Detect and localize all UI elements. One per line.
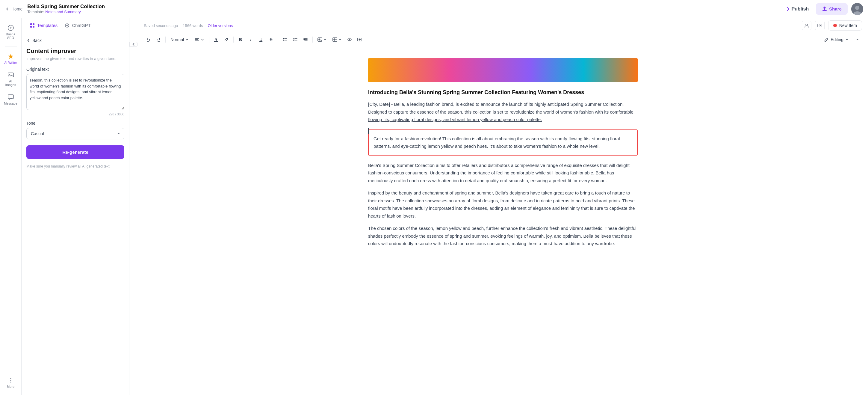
header-actions: Publish Share — [781, 3, 863, 15]
panel-tabs: Templates ChatGPT — [22, 18, 129, 33]
code-button[interactable] — [345, 35, 354, 44]
svg-rect-13 — [33, 26, 34, 28]
italic-button[interactable]: I — [246, 35, 255, 44]
svg-point-21 — [283, 40, 284, 40]
tab-templates-label: Templates — [37, 23, 58, 28]
redo-button[interactable] — [154, 35, 163, 44]
more-options-button[interactable]: ⋯ — [853, 35, 862, 44]
svg-rect-19 — [214, 41, 218, 42]
undo-button[interactable] — [144, 35, 153, 44]
regenerate-button[interactable]: Re-generate — [26, 145, 124, 159]
share-button[interactable]: Share — [816, 3, 848, 15]
collapse-panel-button[interactable] — [129, 42, 138, 47]
tab-templates[interactable]: Templates — [26, 18, 61, 33]
para1-underlined: Designed to capture the essence of the s… — [368, 110, 633, 122]
improved-sentence-text: Get ready for a fashion revolution! This… — [373, 136, 620, 149]
highlight-button[interactable] — [222, 35, 231, 44]
paragraph-4: The chosen colors of the season, lemon y… — [368, 224, 638, 248]
tab-chatgpt-label: ChatGPT — [72, 23, 91, 28]
text-cursor — [368, 128, 369, 134]
sidebar-item-ai-writer[interactable]: AI Writer — [1, 50, 20, 67]
svg-rect-10 — [30, 23, 32, 25]
sidebar-divider-1 — [5, 46, 17, 47]
svg-point-7 — [10, 378, 11, 379]
original-text-input[interactable] — [26, 74, 124, 110]
svg-point-5 — [9, 74, 10, 75]
main-layout: Brief + SEO AI Writer AI Images Message — [0, 18, 868, 395]
doc-info: Bella Spring Summer Collection Template:… — [27, 4, 780, 14]
separator-4 — [278, 36, 278, 42]
sidebar-item-ai-writer-label: AI Writer — [4, 61, 17, 64]
svg-point-20 — [283, 38, 284, 39]
new-item-button[interactable]: New Item — [828, 20, 862, 31]
older-versions-link[interactable]: Older versions — [208, 23, 233, 28]
svg-point-1 — [855, 6, 859, 10]
cursor-line-spacer — [368, 128, 638, 129]
bullet-list-button[interactable] — [281, 35, 290, 44]
paragraph-3: Inspired by the beauty and enchantment o… — [368, 189, 638, 220]
template-link[interactable]: Notes and Summary — [45, 9, 81, 14]
paragraph-1: [City, Date] - Bella, a leading fashion … — [368, 100, 638, 123]
svg-point-17 — [819, 25, 820, 26]
char-count: 228 / 3000 — [26, 112, 124, 116]
editor-inner: Introducing Bella's Stunning Spring Summ… — [368, 58, 638, 248]
doc-image-banner — [368, 58, 638, 82]
svg-rect-6 — [8, 95, 13, 99]
tab-chatgpt[interactable]: ChatGPT — [61, 18, 94, 33]
numbered-list-button[interactable] — [291, 35, 300, 44]
camera-icon-btn[interactable] — [815, 21, 825, 30]
section-title: Content improver — [26, 48, 124, 55]
sidebar-item-brief-seo-label: Brief + SEO — [4, 32, 18, 39]
table-dropdown[interactable] — [330, 36, 344, 43]
para1-start: [City, Date] - Bella, a leading fashion … — [368, 101, 624, 107]
top-header: Home Bella Spring Summer Collection Temp… — [0, 0, 868, 18]
section-desc: Improves the given text and rewrites in … — [26, 56, 124, 61]
back-button[interactable]: Back — [26, 38, 124, 43]
doc-template: Template: Notes and Summary — [27, 9, 780, 14]
sidebar-item-ai-images[interactable]: AI Images — [1, 69, 20, 90]
svg-text:A: A — [214, 37, 218, 42]
separator-3 — [233, 36, 234, 42]
svg-rect-11 — [33, 23, 34, 25]
style-dropdown[interactable]: Normal — [168, 36, 191, 43]
underline-button[interactable]: U — [256, 35, 266, 44]
panel-content: Back Content improver Improves the given… — [22, 33, 129, 395]
formatting-toolbar: Normal A — [138, 33, 868, 46]
sidebar-item-more[interactable]: More — [1, 374, 20, 391]
tone-select[interactable]: Casual Formal Friendly Professional — [26, 128, 124, 139]
strikethrough-button[interactable]: S — [267, 35, 276, 44]
avatar-icon-btn[interactable] — [802, 21, 811, 30]
avatar[interactable] — [851, 3, 863, 15]
sidebar-item-ai-images-label: AI Images — [4, 80, 18, 87]
align-dropdown[interactable] — [192, 36, 207, 43]
back-home-btn[interactable]: Home — [5, 7, 23, 11]
embed-button[interactable] — [355, 35, 364, 44]
back-home-label: Home — [11, 7, 23, 11]
paragraph-2: Bella's Spring Summer Collection aims to… — [368, 161, 638, 185]
svg-point-8 — [10, 380, 11, 381]
panel: Templates ChatGPT Back Content improver … — [22, 18, 129, 395]
bold-button[interactable]: B — [236, 35, 245, 44]
separator-5 — [312, 36, 313, 42]
separator-1 — [165, 36, 166, 42]
save-status: Saved seconds ago — [144, 23, 178, 28]
publish-button[interactable]: Publish — [781, 4, 813, 14]
word-count: 1566 words — [183, 23, 203, 28]
new-item-dot — [833, 24, 837, 27]
sidebar-item-brief-seo[interactable]: Brief + SEO — [1, 22, 20, 42]
doc-heading: Introducing Bella's Stunning Spring Summ… — [368, 89, 638, 96]
svg-point-15 — [806, 24, 807, 26]
top-bar-right: New Item — [802, 20, 862, 31]
svg-rect-16 — [818, 24, 822, 27]
editing-dropdown[interactable]: Editing — [822, 36, 852, 43]
sidebar-item-message[interactable]: Message — [1, 91, 20, 108]
image-dropdown[interactable] — [315, 36, 329, 43]
svg-rect-12 — [30, 26, 32, 28]
indent-button[interactable] — [301, 35, 310, 44]
tone-label: Tone — [26, 121, 124, 126]
original-text-label: Original text — [26, 67, 124, 72]
text-color-button[interactable]: A — [212, 35, 221, 44]
sidebar-item-more-label: More — [7, 385, 14, 388]
ai-disclaimer: Make sure you manually review all AI gen… — [26, 164, 124, 169]
sidebar-item-message-label: Message — [4, 101, 18, 105]
